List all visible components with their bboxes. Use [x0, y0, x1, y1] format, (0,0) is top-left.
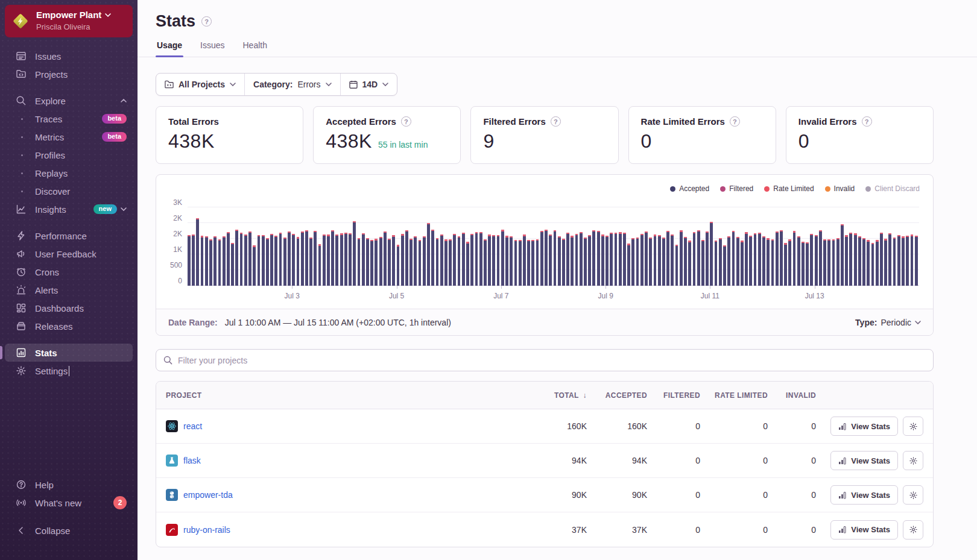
column-header-invalid[interactable]: INVALID [768, 391, 816, 400]
column-header-rate-limited[interactable]: RATE LIMITED [700, 391, 768, 400]
sidebar-item-issues[interactable]: Issues [5, 47, 133, 65]
chart-bar [610, 233, 613, 286]
legend-item-filtered[interactable]: Filtered [720, 184, 753, 193]
sidebar-item-help[interactable]: Help [5, 476, 133, 494]
sidebar-item-crons[interactable]: Crons [5, 263, 133, 281]
help-icon[interactable]: ? [401, 116, 411, 127]
sidebar-item-label: Metrics [35, 132, 64, 142]
chart-bar [427, 223, 430, 286]
tab-usage[interactable]: Usage [156, 40, 183, 57]
sidebar-item-replays[interactable]: Replays [5, 164, 133, 182]
category-filter-dropdown[interactable]: Category: Errors [244, 74, 340, 95]
chart-bar [884, 239, 887, 286]
sidebar-item-settings[interactable]: Settings [5, 362, 133, 380]
sidebar-item-label: Stats [35, 348, 57, 358]
chart-bar [554, 230, 557, 286]
chart-bar [370, 240, 373, 286]
project-settings-button[interactable] [903, 520, 923, 540]
gear-icon [909, 456, 918, 465]
column-header-filtered[interactable]: FILTERED [647, 391, 700, 400]
help-icon[interactable]: ? [862, 116, 872, 127]
sidebar-item-performance[interactable]: Performance [5, 227, 133, 245]
search-input[interactable] [178, 356, 926, 365]
chevron-up-icon [121, 99, 127, 102]
project-link[interactable]: react [183, 421, 202, 431]
legend-item-accepted[interactable]: Accepted [670, 184, 709, 193]
view-stats-button[interactable]: View Stats [830, 451, 898, 470]
chart-bar-cap [235, 230, 238, 231]
legend-item-client-discard[interactable]: Client Discard [865, 184, 920, 193]
sidebar-item-collapse[interactable]: Collapse [5, 521, 133, 540]
chart-bar [323, 234, 326, 286]
x-axis-tick [605, 286, 606, 289]
sidebar-item-label: Replays [35, 168, 68, 178]
sidebar-item-label: Insights [35, 204, 66, 215]
chart-bar [240, 233, 243, 286]
project-filter-dropdown[interactable]: All Projects [156, 74, 244, 95]
sidebar-item-alerts[interactable]: Alerts [5, 281, 133, 299]
chart-bar [353, 221, 356, 286]
type-dropdown[interactable]: Type: Periodic [855, 318, 921, 327]
chart-bar [218, 239, 221, 286]
legend-item-invalid[interactable]: Invalid [825, 184, 855, 193]
chart-bar [584, 238, 587, 286]
chart-bar-cap [497, 235, 500, 236]
chart-bar [384, 231, 387, 286]
org-user: Priscila Oliveira [36, 22, 90, 31]
search-icon [16, 95, 28, 106]
view-stats-button[interactable]: View Stats [830, 485, 898, 505]
column-header-total[interactable]: TOTAL ↓ [523, 391, 587, 400]
sidebar-item-profiles[interactable]: Profiles [5, 146, 133, 164]
chart-bar [488, 234, 491, 286]
total-cell: 94K [523, 456, 587, 465]
x-axis-tick [815, 286, 815, 289]
chart-bar-cap [880, 233, 883, 234]
sidebar-item-stats[interactable]: Stats [5, 344, 133, 362]
sidebar-item-explore[interactable]: Explore [5, 92, 133, 110]
tab-health[interactable]: Health [242, 40, 268, 57]
chart-bar [715, 241, 718, 286]
sidebar-item-traces[interactable]: Tracesbeta [5, 110, 133, 128]
sidebar-item-discover[interactable]: Discover [5, 182, 133, 200]
chart-bar-cap [301, 231, 304, 233]
chart-bar-cap [462, 233, 465, 234]
date-range-dropdown[interactable]: 14D [340, 74, 397, 95]
project-settings-button[interactable] [903, 417, 923, 436]
help-icon[interactable]: ? [730, 116, 740, 127]
total-cell: 90K [523, 490, 587, 500]
column-header-accepted[interactable]: ACCEPTED [587, 391, 647, 400]
chart-bar [514, 240, 517, 286]
chart-bar [745, 232, 748, 286]
chart-bar-cap [697, 230, 700, 231]
stat-card-title: Rate Limited Errors? [641, 116, 764, 127]
view-stats-button[interactable]: View Stats [830, 520, 898, 540]
legend-item-rate-limited[interactable]: Rate Limited [764, 184, 814, 193]
sidebar-item-user-feedback[interactable]: User Feedback [5, 245, 133, 263]
chart-bar-cap [209, 239, 212, 241]
project-link[interactable]: flask [183, 456, 201, 465]
org-switcher[interactable]: Empower Plant Priscila Oliveira [5, 5, 133, 37]
help-icon[interactable]: ? [551, 116, 561, 127]
project-link[interactable]: empower-tda [183, 490, 233, 500]
chart-bar-cap [196, 218, 199, 219]
sidebar-item-projects[interactable]: Projects [5, 65, 133, 83]
sidebar-item-whats-new[interactable]: What's new2 [5, 494, 133, 512]
sidebar-item-dashboards[interactable]: Dashboards [5, 299, 133, 317]
tab-issues[interactable]: Issues [199, 40, 226, 57]
chart-bar-cap [253, 245, 256, 247]
page-help-icon[interactable]: ? [201, 16, 212, 27]
chart-bar [841, 224, 844, 286]
project-settings-button[interactable] [903, 451, 923, 470]
sidebar-item-releases[interactable]: Releases [5, 317, 133, 335]
sidebar-item-metrics[interactable]: Metricsbeta [5, 128, 133, 146]
sidebar-item-insights[interactable]: Insightsnew [5, 200, 133, 218]
chart-legend: AcceptedFilteredRate LimitedInvalidClien… [156, 175, 933, 195]
chart-bar [510, 236, 513, 286]
sidebar-item-label: Releases [35, 321, 73, 332]
view-stats-label: View Stats [851, 525, 890, 534]
project-link[interactable]: ruby-on-rails [183, 525, 230, 535]
chart-bar-cap [484, 239, 487, 241]
project-settings-button[interactable] [903, 485, 923, 505]
view-stats-button[interactable]: View Stats [830, 417, 898, 436]
column-header-project[interactable]: PROJECT [166, 391, 523, 400]
